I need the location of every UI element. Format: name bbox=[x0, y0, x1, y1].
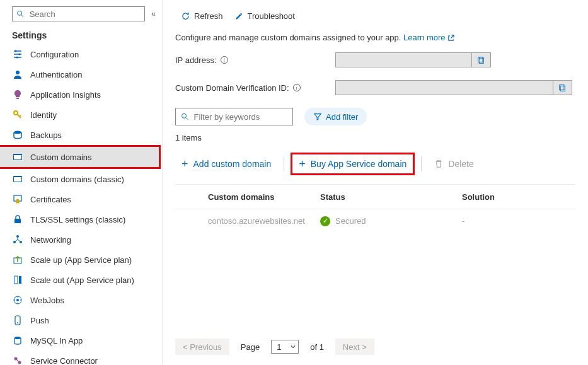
action-bar: + Add custom domain + Buy App Service do… bbox=[163, 153, 588, 184]
troubleshoot-button[interactable]: Troubleshoot bbox=[234, 11, 295, 21]
sidebar-item-label: Application Insights bbox=[30, 90, 101, 100]
sidebar-item-label: Scale up (App Service plan) bbox=[30, 255, 132, 265]
search-input[interactable] bbox=[28, 9, 141, 20]
delete-button: Delete bbox=[428, 154, 480, 173]
sidebar-item-networking[interactable]: Networking bbox=[0, 229, 162, 250]
connector-icon bbox=[13, 356, 23, 365]
sidebar-item-webjobs[interactable]: WebJobs bbox=[0, 290, 162, 310]
cdv-id-value bbox=[335, 80, 572, 95]
domains-table: Custom domains Status Solution contoso.a… bbox=[175, 184, 575, 233]
sidebar: « Settings Configuration Authentication … bbox=[0, 0, 163, 365]
col-header-solution[interactable]: Solution bbox=[462, 192, 575, 202]
svg-rect-6 bbox=[16, 98, 19, 99]
refresh-label: Refresh bbox=[194, 11, 223, 21]
person-icon bbox=[13, 69, 23, 79]
lock-icon bbox=[13, 214, 23, 224]
sidebar-item-configuration[interactable]: Configuration bbox=[0, 44, 162, 64]
filter-input[interactable] bbox=[192, 112, 287, 122]
copy-button[interactable] bbox=[553, 81, 572, 95]
sidebar-item-scale-out[interactable]: Scale out (App Service plan) bbox=[0, 270, 162, 290]
ip-address-label: IP address: i bbox=[175, 55, 335, 65]
webjobs-icon bbox=[13, 295, 23, 305]
next-page-button[interactable]: Next > bbox=[335, 339, 374, 355]
info-icon[interactable]: i bbox=[221, 56, 228, 64]
sidebar-item-label: Service Connector bbox=[30, 356, 98, 366]
table-row[interactable]: contoso.azurewebsites.net ✓ Secured - bbox=[175, 209, 575, 233]
svg-line-1 bbox=[21, 15, 23, 17]
svg-point-3 bbox=[19, 54, 21, 55]
sidebar-item-identity[interactable]: Identity bbox=[0, 105, 162, 125]
sidebar-item-custom-domains-classic[interactable]: Custom domains (classic) bbox=[0, 169, 162, 189]
learn-more-link[interactable]: Learn more bbox=[403, 33, 454, 42]
ip-address-value bbox=[335, 52, 491, 67]
search-icon bbox=[16, 9, 25, 18]
svg-point-4 bbox=[16, 57, 18, 59]
toolbar: Refresh Troubleshoot bbox=[163, 6, 588, 25]
svg-point-0 bbox=[18, 11, 22, 15]
sidebar-search[interactable] bbox=[12, 6, 145, 21]
svg-point-23 bbox=[16, 299, 19, 301]
svg-point-16 bbox=[16, 235, 19, 238]
svg-point-5 bbox=[16, 71, 20, 74]
sidebar-heading: Settings bbox=[0, 30, 162, 44]
sidebar-item-authentication[interactable]: Authentication bbox=[0, 64, 162, 84]
table-header: Custom domains Status Solution bbox=[175, 185, 575, 209]
collapse-sidebar-icon[interactable]: « bbox=[150, 8, 157, 20]
trash-icon bbox=[434, 159, 443, 168]
sidebar-item-label: MySQL In App bbox=[30, 336, 83, 345]
backup-icon bbox=[13, 130, 23, 140]
key-icon bbox=[13, 110, 23, 120]
sidebar-item-push[interactable]: Push bbox=[0, 310, 162, 330]
svg-point-8 bbox=[14, 131, 21, 134]
push-icon bbox=[13, 315, 23, 325]
info-icon[interactable]: i bbox=[293, 84, 301, 91]
chevron-down-icon bbox=[291, 344, 296, 349]
refresh-icon bbox=[181, 11, 190, 21]
sidebar-item-app-insights[interactable]: Application Insights bbox=[0, 84, 162, 105]
page-label: Page bbox=[241, 342, 260, 352]
col-header-domain[interactable]: Custom domains bbox=[175, 192, 320, 202]
filter-keywords[interactable] bbox=[175, 108, 293, 125]
sidebar-item-label: Custom domains bbox=[30, 153, 92, 162]
buy-label: Buy App Service domain bbox=[311, 159, 407, 169]
svg-rect-20 bbox=[14, 276, 18, 284]
scale-up-icon bbox=[13, 255, 23, 265]
sidebar-item-tls-ssl[interactable]: TLS/SSL settings (classic) bbox=[0, 209, 162, 229]
network-icon bbox=[13, 235, 23, 245]
add-filter-button[interactable]: Add filter bbox=[304, 108, 367, 125]
sidebar-item-label: Scale out (App Service plan) bbox=[30, 275, 134, 285]
cell-solution: - bbox=[462, 216, 575, 226]
lightbulb-icon bbox=[13, 90, 23, 100]
globe-icon bbox=[13, 152, 23, 162]
add-filter-label: Add filter bbox=[326, 112, 358, 122]
add-label: Add custom domain bbox=[193, 159, 272, 169]
sidebar-item-label: Backups bbox=[30, 130, 62, 140]
mysql-icon bbox=[13, 335, 23, 345]
sidebar-item-service-connector[interactable]: Service Connector bbox=[0, 351, 162, 365]
sidebar-item-backups[interactable]: Backups bbox=[0, 125, 162, 145]
globe-icon bbox=[13, 174, 23, 184]
sidebar-item-label: Certificates bbox=[30, 195, 71, 204]
sidebar-item-certificates[interactable]: Certificates bbox=[0, 189, 162, 209]
svg-point-2 bbox=[15, 50, 17, 52]
svg-point-27 bbox=[14, 357, 18, 361]
sidebar-item-label: Push bbox=[30, 316, 49, 325]
copy-button[interactable] bbox=[471, 53, 490, 67]
main-panel: Refresh Troubleshoot Configure and manag… bbox=[163, 0, 588, 365]
buy-app-service-domain-button[interactable]: + Buy App Service domain bbox=[292, 154, 413, 173]
add-custom-domain-button[interactable]: + Add custom domain bbox=[175, 154, 277, 173]
separator bbox=[421, 157, 422, 171]
description-text: Configure and manage custom domains assi… bbox=[175, 33, 401, 42]
sidebar-item-label: Identity bbox=[30, 110, 57, 120]
delete-label: Delete bbox=[448, 159, 473, 169]
col-header-status[interactable]: Status bbox=[320, 192, 462, 202]
page-select[interactable]: 1 bbox=[271, 340, 299, 354]
prev-page-button[interactable]: < Previous bbox=[175, 339, 229, 355]
sidebar-item-scale-up[interactable]: Scale up (App Service plan) bbox=[0, 250, 162, 270]
sidebar-item-custom-domains[interactable]: Custom domains bbox=[0, 147, 159, 167]
copy-icon bbox=[477, 56, 485, 64]
filter-icon bbox=[313, 112, 322, 121]
refresh-button[interactable]: Refresh bbox=[181, 11, 223, 21]
external-link-icon bbox=[447, 35, 454, 42]
sidebar-item-mysql[interactable]: MySQL In App bbox=[0, 330, 162, 351]
